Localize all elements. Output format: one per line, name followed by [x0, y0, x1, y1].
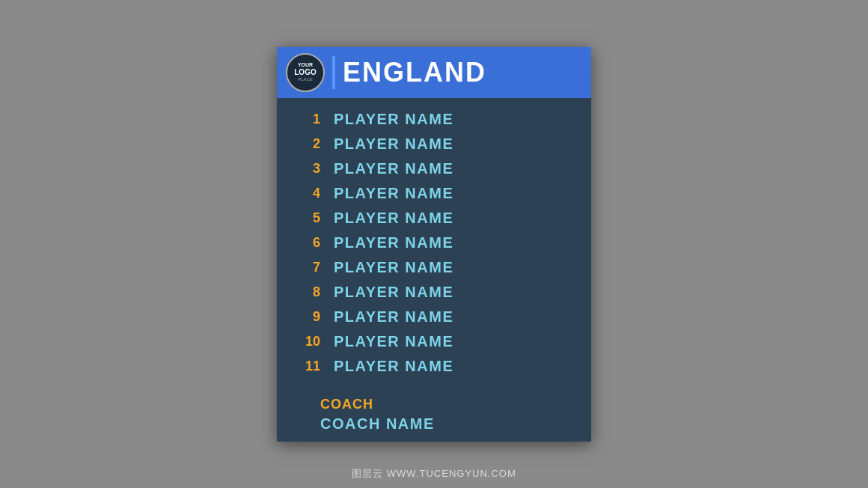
logo-line3: PLACE — [298, 77, 313, 82]
player-row: 4PLAYER NAME — [277, 181, 591, 206]
player-number: 8 — [299, 284, 320, 300]
player-number: 6 — [299, 235, 320, 251]
coach-section: COACH COACH NAME — [277, 391, 591, 442]
player-row: 9PLAYER NAME — [277, 305, 591, 329]
player-name: PLAYER NAME — [334, 234, 453, 251]
player-name: PLAYER NAME — [334, 333, 453, 350]
player-number: 9 — [299, 309, 320, 325]
player-name: PLAYER NAME — [334, 308, 453, 326]
player-row: 11PLAYER NAME — [277, 354, 591, 379]
players-list: 1PLAYER NAME2PLAYER NAME3PLAYER NAME4PLA… — [277, 98, 591, 391]
player-name: PLAYER NAME — [334, 185, 453, 202]
coach-label: COACH — [320, 397, 576, 412]
player-number: 4 — [299, 186, 320, 201]
player-name: PLAYER NAME — [334, 160, 453, 177]
player-name: PLAYER NAME — [334, 210, 453, 227]
card-header: YOUR LOGO PLACE ENGLAND — [277, 47, 591, 98]
player-number: 1 — [299, 112, 320, 127]
logo-line1: YOUR — [298, 62, 313, 68]
player-name: PLAYER NAME — [334, 259, 453, 276]
coach-name: COACH NAME — [320, 415, 576, 433]
player-number: 3 — [299, 161, 320, 177]
logo-line2: LOGO — [294, 68, 316, 77]
player-number: 7 — [299, 260, 320, 275]
player-number: 10 — [299, 334, 320, 350]
player-name: PLAYER NAME — [334, 111, 453, 128]
player-row: 5PLAYER NAME — [277, 206, 591, 231]
watermark: 图层云 WWW.TUCENGYUN.COM — [352, 467, 516, 481]
team-card: YOUR LOGO PLACE ENGLAND 1PLAYER NAME2PLA… — [277, 47, 591, 442]
header-divider — [332, 56, 335, 89]
player-row: 7PLAYER NAME — [277, 255, 591, 280]
logo-placeholder: YOUR LOGO PLACE — [286, 53, 325, 92]
player-row: 2PLAYER NAME — [277, 132, 591, 156]
team-name: ENGLAND — [343, 57, 486, 88]
player-name: PLAYER NAME — [334, 358, 453, 375]
player-row: 1PLAYER NAME — [277, 107, 591, 132]
player-number: 5 — [299, 210, 320, 226]
player-row: 3PLAYER NAME — [277, 156, 591, 181]
player-number: 2 — [299, 136, 320, 152]
player-row: 8PLAYER NAME — [277, 280, 591, 305]
player-row: 6PLAYER NAME — [277, 231, 591, 255]
player-number: 11 — [299, 359, 320, 374]
player-row: 10PLAYER NAME — [277, 329, 591, 354]
player-name: PLAYER NAME — [334, 135, 453, 153]
player-name: PLAYER NAME — [334, 284, 453, 301]
